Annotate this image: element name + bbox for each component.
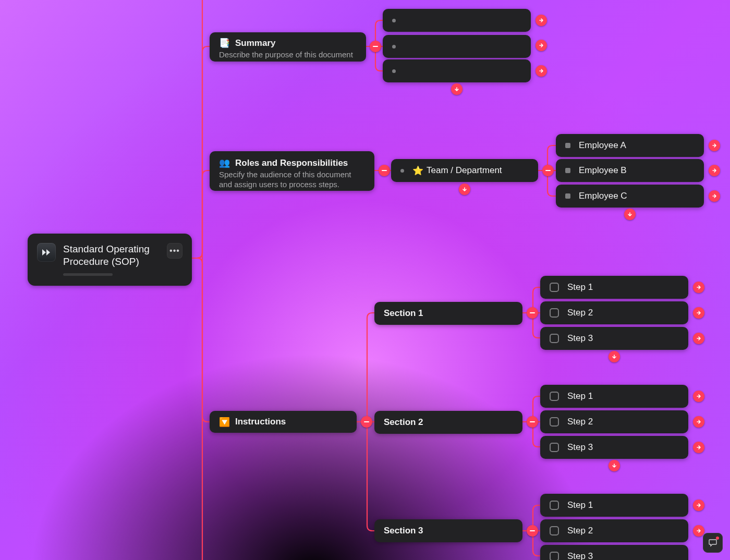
- feedback-button[interactable]: [703, 533, 723, 553]
- checkbox-icon[interactable]: [550, 334, 559, 343]
- collapse-button[interactable]: [379, 165, 390, 176]
- step-label: Step 2: [567, 526, 593, 536]
- expand-right-button[interactable]: [536, 40, 547, 51]
- roles-subtitle: Specify the audience of this document an…: [219, 170, 365, 190]
- step-node[interactable]: Step 1: [540, 276, 688, 299]
- employee-label: Employee C: [579, 191, 627, 201]
- expand-right-button[interactable]: [536, 15, 547, 26]
- employee-label: Employee B: [579, 165, 627, 176]
- section-node[interactable]: Section 3: [374, 519, 522, 542]
- section-label: Section 1: [384, 308, 423, 319]
- collapse-button[interactable]: [527, 416, 538, 428]
- checkbox-icon[interactable]: [550, 392, 559, 401]
- step-label: Step 2: [567, 417, 593, 427]
- section-node[interactable]: Section 1: [374, 302, 522, 325]
- employee-node[interactable]: Employee A: [556, 134, 704, 157]
- step-label: Step 1: [567, 391, 593, 401]
- expand-right-button[interactable]: [709, 190, 720, 202]
- collapse-button[interactable]: [527, 525, 538, 537]
- collapse-button[interactable]: [542, 165, 554, 176]
- notification-dot-icon: [716, 537, 719, 540]
- fast-forward-icon: [37, 243, 56, 262]
- collapse-button[interactable]: [361, 416, 372, 428]
- expand-right-button[interactable]: [693, 391, 704, 402]
- step-node[interactable]: Step 3: [540, 436, 688, 459]
- checkbox-icon[interactable]: [550, 283, 559, 292]
- step-label: Step 3: [567, 333, 593, 344]
- square-bullet-icon: [565, 193, 570, 199]
- step-label: Step 3: [567, 551, 593, 560]
- employee-label: Employee A: [579, 140, 626, 151]
- collapse-button[interactable]: [527, 307, 538, 319]
- section-node[interactable]: Section 2: [374, 411, 522, 434]
- step-label: Step 2: [567, 308, 593, 318]
- checkbox-icon[interactable]: [550, 417, 559, 427]
- root-underline: [63, 273, 113, 276]
- employee-node[interactable]: Employee B: [556, 159, 704, 182]
- step-node[interactable]: Step 2: [540, 519, 688, 542]
- expand-right-button[interactable]: [536, 65, 547, 77]
- expand-right-button[interactable]: [693, 442, 704, 453]
- step-node[interactable]: Step 3: [540, 545, 688, 560]
- people-icon: 👥: [219, 157, 230, 168]
- expand-right-button[interactable]: [693, 307, 704, 319]
- root-title: Standard Operating Procedure (SOP): [63, 243, 167, 268]
- summary-subtitle: Describe the purpose of this document: [219, 50, 357, 60]
- bullet-icon: [392, 19, 396, 22]
- instructions-title: Instructions: [235, 417, 286, 427]
- step-label: Step 1: [567, 500, 593, 510]
- bullet-icon: [392, 69, 396, 73]
- expand-right-button[interactable]: [709, 165, 720, 176]
- step-node[interactable]: Step 2: [540, 301, 688, 324]
- root-more-button[interactable]: •••: [167, 243, 182, 259]
- summary-title: Summary: [235, 38, 275, 48]
- checkbox-icon[interactable]: [550, 308, 559, 318]
- summary-node[interactable]: 📑Summary Describe the purpose of this do…: [210, 32, 366, 62]
- star-icon: ⭐: [412, 165, 423, 176]
- expand-right-button[interactable]: [709, 140, 720, 151]
- expand-right-button[interactable]: [693, 500, 704, 511]
- checkbox-icon[interactable]: [550, 526, 559, 535]
- step-label: Step 3: [567, 442, 593, 453]
- checkbox-icon[interactable]: [550, 552, 559, 560]
- instructions-node[interactable]: 🔽 Instructions: [210, 411, 357, 433]
- add-below-button[interactable]: [459, 184, 470, 195]
- square-bullet-icon: [565, 143, 570, 148]
- expand-right-button[interactable]: [693, 416, 704, 428]
- add-below-button[interactable]: [609, 351, 620, 362]
- step-node[interactable]: Step 1: [540, 494, 688, 517]
- root-node[interactable]: Standard Operating Procedure (SOP) •••: [28, 234, 192, 286]
- summary-icon: 📑: [219, 38, 230, 48]
- summary-item[interactable]: [383, 9, 531, 32]
- summary-item[interactable]: [383, 59, 531, 82]
- section-label: Section 3: [384, 526, 423, 536]
- roles-title: Roles and Responsibilities: [235, 158, 348, 168]
- bullet-icon: [392, 45, 396, 48]
- add-below-button[interactable]: [451, 83, 463, 95]
- step-node[interactable]: Step 3: [540, 327, 688, 350]
- step-node[interactable]: Step 2: [540, 410, 688, 433]
- team-label: Team / Department: [427, 165, 502, 176]
- roles-node[interactable]: 👥Roles and Responsibilities Specify the …: [210, 151, 374, 191]
- square-bullet-icon: [565, 168, 570, 173]
- add-below-button[interactable]: [609, 460, 620, 471]
- employee-node[interactable]: Employee C: [556, 185, 704, 208]
- dropdown-icon: 🔽: [219, 417, 230, 428]
- summary-item[interactable]: [383, 35, 531, 58]
- step-label: Step 1: [567, 282, 593, 293]
- expand-right-button[interactable]: [693, 333, 704, 344]
- checkbox-icon[interactable]: [550, 443, 559, 452]
- bullet-icon: [400, 169, 404, 173]
- add-below-button[interactable]: [624, 209, 636, 220]
- expand-right-button[interactable]: [693, 525, 704, 537]
- section-label: Section 2: [384, 417, 423, 428]
- chat-icon: [708, 538, 717, 547]
- expand-right-button[interactable]: [693, 282, 704, 293]
- team-node[interactable]: ⭐ Team / Department: [391, 159, 538, 182]
- step-node[interactable]: Step 1: [540, 385, 688, 408]
- collapse-button[interactable]: [370, 41, 381, 52]
- checkbox-icon[interactable]: [550, 501, 559, 510]
